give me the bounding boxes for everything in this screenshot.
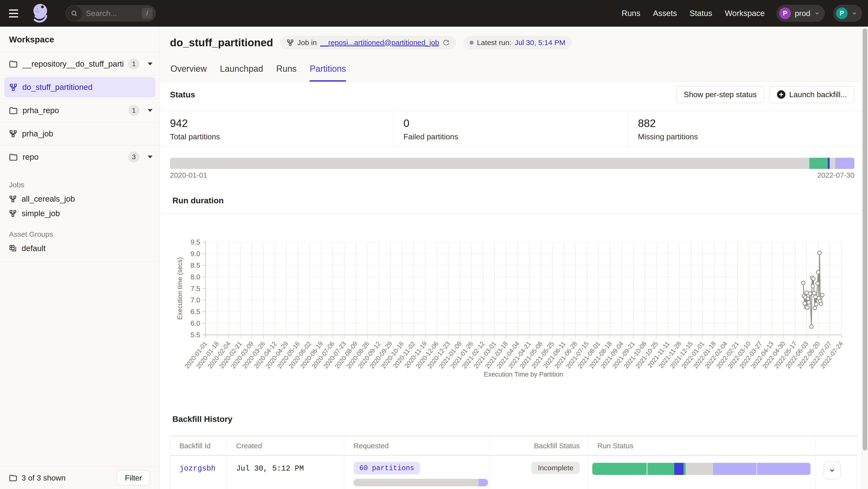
backfill-id-link[interactable]: jozrgsbh — [179, 464, 227, 473]
backfill-created: Jul 30, 5:12 PM — [236, 464, 344, 473]
svg-text:5.5: 5.5 — [191, 331, 200, 339]
workspace-sidebar: Workspace __repository__do_stuff_partiti… — [0, 27, 160, 489]
tab-launchpad[interactable]: Launchpad — [220, 64, 263, 82]
job-count-badge: 3 — [128, 152, 140, 163]
refresh-icon[interactable] — [442, 39, 450, 46]
run-duration-heading: Run duration — [173, 196, 224, 205]
tab-partitions[interactable]: Partitions — [310, 64, 346, 82]
primary-nav: Runs Assets Status Workspace — [622, 9, 765, 18]
sidebar-item-simple-job[interactable]: simple_job — [0, 206, 160, 221]
caret-down-icon[interactable] — [148, 156, 153, 159]
folder-icon — [9, 474, 17, 482]
job-origin-prefix: Job in — [297, 38, 317, 47]
backfill-status-badge: Incomplete — [531, 462, 580, 474]
latest-run-link[interactable]: Jul 30, 5:14 PM — [515, 38, 565, 47]
nav-link-status[interactable]: Status — [689, 9, 712, 18]
svg-text:9.5: 9.5 — [191, 238, 200, 246]
plus-circle-icon — [777, 90, 786, 99]
chevron-down-icon — [851, 10, 857, 16]
job-icon — [9, 209, 17, 217]
repo-label: __repository__do_stuff_partitio... — [23, 59, 123, 69]
nav-link-workspace[interactable]: Workspace — [725, 9, 765, 18]
svg-text:Execution time (secs): Execution time (secs) — [176, 257, 184, 320]
scrollbar-thumb[interactable] — [863, 28, 867, 451]
backfill-history-heading: Backfill History — [173, 414, 232, 424]
job-header: do_stuff_partitioned Job in __reposi...a… — [160, 27, 868, 82]
svg-text:8.0: 8.0 — [191, 273, 200, 281]
caret-down-icon[interactable] — [148, 109, 153, 112]
job-count-badge: 1 — [128, 105, 140, 116]
requested-partitions-badge[interactable]: 60 partitions — [353, 462, 420, 475]
job-label: do_stuff_partitioned — [22, 83, 92, 92]
asset-group-label: default — [22, 244, 45, 253]
tab-runs[interactable]: Runs — [276, 64, 297, 82]
asset-groups-section-label: Asset Groups — [0, 228, 160, 241]
stat-label: Total partitions — [170, 132, 394, 141]
dagster-logo-icon[interactable] — [30, 2, 51, 25]
job-label: prha_job — [22, 129, 153, 138]
search-placeholder: Search... — [86, 9, 142, 18]
stat-label: Failed partitions — [403, 132, 628, 141]
range-start-label: 2020-01-01 — [170, 171, 207, 179]
sidebar-item-repository-do-stuff[interactable]: __repository__do_stuff_partitio... 1 — [0, 52, 160, 75]
sidebar-item-prha-repo[interactable]: prha_repo 1 — [0, 99, 160, 122]
sidebar-item-repo[interactable]: repo 3 — [0, 145, 160, 168]
job-label: simple_job — [22, 209, 60, 218]
svg-text:Execution Time by Partition: Execution Time by Partition — [484, 371, 563, 378]
svg-text:9.0: 9.0 — [191, 250, 200, 258]
col-header-backfill-id: Backfill Id — [170, 436, 227, 456]
tab-overview[interactable]: Overview — [170, 64, 207, 82]
execution-time-chart[interactable]: 9.59.08.58.07.57.06.56.05.52020-01-01202… — [160, 214, 868, 403]
search-icon — [66, 6, 82, 21]
launch-backfill-button[interactable]: Launch backfill... — [769, 86, 855, 103]
sidebar-footer: 3 of 3 shown Filter — [0, 466, 160, 489]
job-icon — [9, 195, 17, 203]
filter-button[interactable]: Filter — [117, 470, 150, 485]
sidebar-item-do-stuff-partitioned[interactable]: do_stuff_partitioned — [4, 77, 155, 97]
search-shortcut-badge: / — [142, 8, 153, 19]
deployment-switcher[interactable]: P prod — [776, 5, 825, 22]
partition-stats: 942 Total partitions 0 Failed partitions… — [160, 111, 868, 147]
run-duration-chart: 9.59.08.58.07.57.06.56.05.52020-01-01202… — [160, 214, 868, 403]
folder-icon — [9, 60, 18, 68]
latest-run-label: Latest run: — [477, 38, 512, 47]
stat-failed-partitions: 0 Failed partitions — [394, 111, 628, 146]
caret-down-icon[interactable] — [148, 63, 153, 65]
job-count-badge: 1 — [128, 58, 140, 70]
latest-run-tag: Latest run: Jul 30, 5:14 PM — [463, 36, 571, 50]
menu-icon[interactable] — [9, 6, 23, 20]
svg-text:8.5: 8.5 — [191, 261, 200, 269]
sidebar-item-default-asset-group[interactable]: default — [0, 241, 160, 256]
job-origin-link[interactable]: __reposi...artitioned@partitioned_job — [320, 38, 439, 47]
page-title: do_stuff_partitioned — [170, 37, 273, 49]
job-label: all_cereals_job — [22, 194, 75, 203]
svg-text:6.5: 6.5 — [191, 308, 200, 316]
job-tabs: Overview Launchpad Runs Partitions — [170, 64, 346, 82]
stat-value: 0 — [403, 117, 628, 129]
user-avatar: P — [836, 7, 848, 19]
job-icon — [9, 83, 18, 91]
sidebar-item-all-cereals-job[interactable]: all_cereals_job — [0, 192, 160, 206]
nav-link-runs[interactable]: Runs — [622, 9, 640, 18]
run-status-bar[interactable] — [592, 463, 810, 475]
col-header-actions — [815, 436, 857, 456]
main-content: do_stuff_partitioned Job in __reposi...a… — [160, 27, 868, 489]
partition-status-bar[interactable] — [170, 158, 855, 169]
jobs-section-label: Jobs — [0, 178, 160, 192]
asset-group-icon — [9, 244, 17, 252]
show-per-step-status-button[interactable]: Show per-step status — [676, 86, 764, 103]
job-origin-tag: Job in __reposi...artitioned@partitioned… — [280, 36, 456, 50]
user-menu[interactable]: P — [833, 5, 862, 22]
status-heading: Status — [170, 90, 195, 99]
chevron-down-icon — [814, 10, 820, 16]
search-input[interactable]: Search... / — [66, 5, 156, 22]
expand-row-button[interactable] — [824, 461, 841, 479]
repo-label: prha_repo — [23, 106, 123, 115]
sidebar-item-prha-job[interactable]: prha_job — [0, 122, 160, 145]
launch-backfill-label: Launch backfill... — [789, 90, 847, 99]
svg-text:7.0: 7.0 — [191, 296, 200, 304]
nav-link-assets[interactable]: Assets — [653, 9, 677, 18]
repo-label: repo — [23, 153, 123, 162]
main-scrollbar[interactable] — [862, 27, 868, 489]
col-header-run-status: Run Status — [588, 436, 815, 456]
